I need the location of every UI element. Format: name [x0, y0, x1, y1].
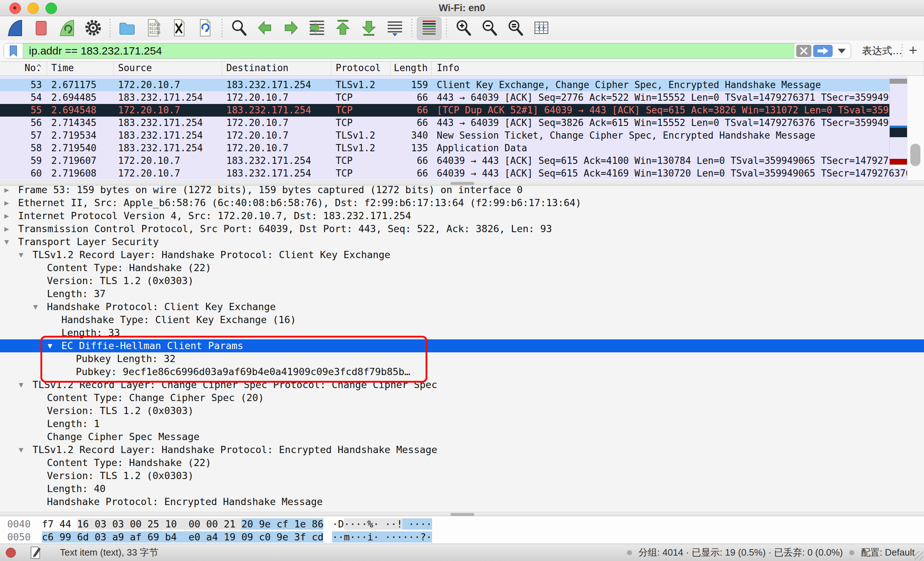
detail-row[interactable]: Length: 1 [0, 417, 924, 430]
detail-row[interactable]: ▼Handshake Protocol: Client Key Exchange [0, 300, 924, 314]
packet-list-horizontal-scrollbar[interactable] [0, 180, 924, 186]
stop-capture-button[interactable] [29, 17, 53, 40]
detail-row[interactable]: Version: TLS 1.2 (0x0303) [0, 274, 924, 287]
find-packet-button[interactable] [227, 17, 251, 40]
detail-text: Content Type: Handshake (22) [47, 457, 211, 468]
detail-row[interactable]: ▶Frame 53: 159 bytes on wire (1272 bits)… [0, 186, 924, 196]
reload-file-button[interactable] [193, 17, 217, 40]
detail-row[interactable]: Content Type: Handshake (22) [0, 456, 924, 469]
profile-status[interactable]: 配置: Default [861, 546, 915, 559]
chevron-right-icon[interactable]: ▶ [4, 209, 9, 222]
chevron-right-icon[interactable]: ▶ [4, 186, 9, 196]
hex-bytes-segment: c6 99 6d 03 a9 af 69 b4 e0 a4 19 09 c0 9… [42, 531, 323, 543]
detail-row[interactable]: Version: TLS 1.2 (0x0303) [0, 404, 924, 417]
zoom-out-button[interactable] [477, 17, 501, 40]
column-header-source[interactable]: Source [114, 62, 222, 75]
auto-scroll-button[interactable] [383, 17, 407, 40]
cell-no: 55 [0, 104, 47, 117]
cell-source: 183.232.171.254 [114, 142, 222, 154]
last-packet-button[interactable] [357, 17, 381, 40]
chevron-down-icon[interactable]: ▼ [19, 248, 24, 261]
chevron-right-icon[interactable]: ▶ [4, 222, 9, 236]
minimap-segment [890, 84, 908, 126]
detail-text: Handshake Protocol: Client Key Exchange [47, 301, 276, 312]
packet-row[interactable]: 602.719608172.20.10.7183.232.171.254TCP6… [0, 167, 924, 180]
open-file-button[interactable] [115, 17, 139, 40]
detail-row[interactable]: Length: 37 [0, 287, 924, 300]
detail-row[interactable]: ▶Internet Protocol Version 4, Src: 172.2… [0, 209, 924, 222]
packet-row[interactable]: 542.694485183.232.171.254172.20.10.7TCP6… [0, 92, 924, 104]
packet-list-minimap[interactable] [890, 79, 908, 168]
detail-row[interactable]: ▶Transmission Control Protocol, Src Port… [0, 222, 924, 236]
cell-source: 172.20.10.7 [114, 167, 222, 180]
chevron-right-icon[interactable]: ▶ [4, 196, 9, 209]
display-filter-input[interactable]: ip.addr == 183.232.171.254 [23, 44, 794, 58]
zoom-in-icon [453, 18, 474, 39]
detail-row[interactable]: ▼Transport Layer Security [0, 236, 924, 248]
details-horizontal-scrollbar[interactable] [0, 512, 924, 516]
expression-button[interactable]: 表达式… [862, 40, 902, 62]
vertical-scrollbar-thumb[interactable] [910, 144, 920, 166]
resize-columns-button[interactable] [530, 17, 554, 40]
detail-row[interactable]: ▶Ethernet II, Src: Apple_b6:58:76 (6c:40… [0, 196, 924, 209]
detail-row[interactable]: Handshake Protocol: Encrypted Handshake … [0, 495, 924, 508]
colorize-button[interactable] [417, 17, 441, 40]
chevron-down-icon[interactable]: ▼ [19, 378, 24, 392]
capture-comment-icon[interactable] [30, 546, 41, 559]
packet-list-vertical-scrollbar[interactable] [907, 76, 924, 180]
packet-row[interactable]: 572.719534183.232.171.254172.20.10.7TLSv… [0, 129, 924, 142]
hex-row[interactable]: 0050c6 99 6d 03 a9 af 69 b4 e0 a4 19 09 … [0, 531, 924, 544]
detail-row[interactable]: Length: 40 [0, 482, 924, 495]
next-packet-button[interactable] [279, 17, 303, 40]
capture-options-button[interactable] [81, 17, 105, 40]
toolbar-separator [222, 19, 222, 38]
packet-row[interactable]: 532.671175172.20.10.7183.232.171.254TLSv… [0, 79, 924, 92]
hex-row[interactable]: 0040f7 44 16 03 03 00 25 10 00 00 21 20 … [0, 518, 924, 531]
resize-grip[interactable] [914, 551, 923, 560]
packet-row[interactable]: 562.714345183.232.171.254172.20.10.7TCP6… [0, 117, 924, 129]
detail-row[interactable]: Content Type: Change Cipher Spec (20) [0, 392, 924, 404]
cell-time: 2.719608 [47, 167, 114, 180]
start-capture-button[interactable] [3, 17, 27, 40]
column-header-time[interactable]: Time [47, 62, 114, 75]
previous-packet-button[interactable] [253, 17, 277, 40]
stop-capture-icon [31, 18, 51, 39]
horizontal-scrollbar-thumb[interactable] [450, 513, 474, 516]
column-header-protocol[interactable]: Protocol [332, 62, 390, 75]
hex-bytes-segment: 20 9e cf 1e 86 [242, 518, 324, 530]
packet-row[interactable]: 582.719540183.232.171.254172.20.10.7TLSv… [0, 142, 924, 154]
detail-row[interactable]: Change Cipher Spec Message [0, 430, 924, 443]
packet-row[interactable]: 552.694548172.20.10.7183.232.171.254TCP6… [0, 104, 924, 117]
clear-filter-button[interactable] [796, 45, 812, 57]
filter-bookmark-button[interactable] [4, 44, 23, 58]
sort-ascending-icon: ^ [36, 62, 42, 74]
detail-row[interactable]: Version: TLS 1.2 (0x0303) [0, 469, 924, 482]
cell-destination: 172.20.10.7 [222, 117, 332, 129]
restart-capture-button[interactable] [55, 17, 79, 40]
cell-info: 443 → 64039 [ACK] Seq=2776 Ack=522 Win=1… [432, 92, 924, 104]
expert-info-icon[interactable] [6, 548, 16, 558]
zoom-in-button[interactable] [452, 17, 476, 40]
chevron-down-icon[interactable]: ▼ [33, 300, 38, 314]
packet-row[interactable]: 592.719607172.20.10.7183.232.171.254TCP6… [0, 154, 924, 167]
filter-history-dropdown[interactable] [838, 49, 846, 53]
chevron-down-icon[interactable]: ▼ [4, 236, 9, 248]
detail-row[interactable]: ▼TLSv1.2 Record Layer: Handshake Protoco… [0, 248, 924, 261]
column-header-no[interactable]: No.^ [0, 62, 47, 75]
go-to-packet-button[interactable] [305, 17, 329, 40]
first-packet-button[interactable] [331, 17, 355, 40]
detail-row[interactable]: Content Type: Handshake (22) [0, 261, 924, 274]
cell-info: Client Key Exchange, Change Cipher Spec,… [432, 79, 924, 92]
detail-row[interactable]: Handshake Type: Client Key Exchange (16) [0, 314, 924, 326]
add-filter-button[interactable]: + [909, 40, 917, 62]
column-header-destination[interactable]: Destination [222, 62, 332, 75]
column-header-length[interactable]: Length [390, 62, 432, 75]
column-header-info[interactable]: Info [432, 62, 924, 75]
detail-row[interactable]: ▼TLSv1.2 Record Layer: Handshake Protoco… [0, 443, 924, 456]
save-file-button[interactable]: 010100110101110 [141, 17, 165, 40]
close-file-button[interactable] [167, 17, 191, 40]
apply-filter-button[interactable] [813, 45, 832, 57]
horizontal-scrollbar-thumb[interactable] [450, 182, 474, 185]
zoom-original-button[interactable] [504, 17, 527, 40]
chevron-down-icon[interactable]: ▼ [19, 443, 24, 456]
